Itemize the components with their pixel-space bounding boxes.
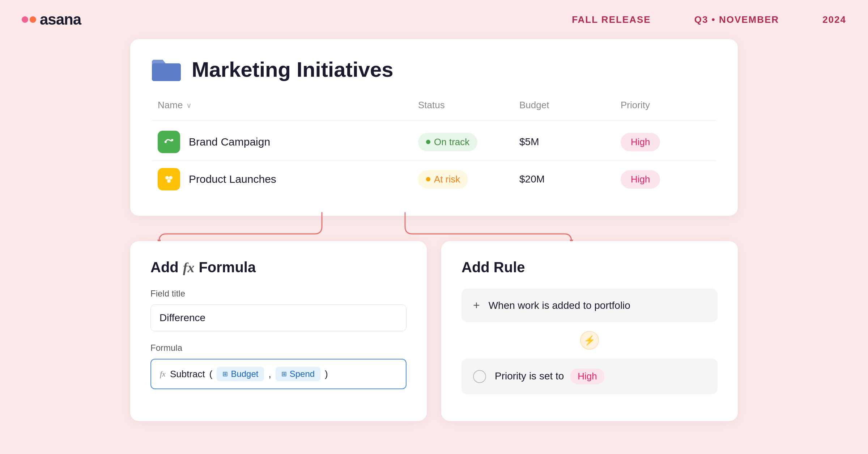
table-rows: Brand Campaign On track $5M High <box>152 123 716 198</box>
plus-icon: + <box>473 299 480 312</box>
logo-text: asana <box>40 11 81 28</box>
budget-cell-brand: $5M <box>514 129 615 155</box>
status-cell-product: At risk <box>412 163 514 196</box>
formula-chip-budget: ⊞ Budget <box>217 367 264 381</box>
name-cell: Brand Campaign <box>152 123 412 160</box>
col-budget-header: Budget <box>514 96 615 114</box>
budget-cell-product: $20M <box>514 166 615 192</box>
lightning-icon: ⚡ <box>580 331 599 350</box>
formula-close-paren: ) <box>325 369 328 380</box>
nav-release: FALL RELEASE <box>572 14 651 25</box>
table-row: Product Launches At risk $20M High <box>152 161 716 198</box>
main-content: Marketing Initiatives Name ∨ Status Budg… <box>0 39 868 421</box>
formula-box: fx Subtract ( ⊞ Budget , ⊞ Spend ) <box>150 359 407 389</box>
high-badge: High <box>570 369 604 384</box>
col-name-header: Name ∨ <box>152 96 412 114</box>
formula-comma: , <box>268 369 271 380</box>
formula-panel-title: Add fx Formula <box>150 259 407 276</box>
formula-fx-icon: fx <box>160 369 166 379</box>
priority-cell-brand: High <box>615 126 716 159</box>
svg-point-2 <box>165 176 169 180</box>
formula-open-paren: ( <box>209 369 213 380</box>
folder-icon <box>152 58 181 81</box>
dot-orange <box>30 16 36 23</box>
field-title-input[interactable] <box>150 304 407 331</box>
project-name-product: Product Launches <box>189 173 276 185</box>
field-title-label: Field title <box>150 289 407 299</box>
project-icon-brand <box>158 131 180 153</box>
svg-point-0 <box>165 141 167 143</box>
bottom-section: Add fx Formula Field title Formula fx Su… <box>130 241 738 421</box>
rule-trigger-text: When work is added to portfolio <box>489 300 630 311</box>
status-badge-at-risk: At risk <box>418 170 468 189</box>
formula-panel: Add fx Formula Field title Formula fx Su… <box>130 241 427 421</box>
table-row: Brand Campaign On track $5M High <box>152 123 716 161</box>
portfolio-table: Name ∨ Status Budget Priority <box>152 96 716 198</box>
table-header: Name ∨ Status Budget Priority <box>152 96 716 121</box>
portfolio-header: Marketing Initiatives <box>152 57 716 81</box>
status-dot-yellow <box>426 177 430 181</box>
col-status-header: Status <box>412 96 514 114</box>
rule-panel: Add Rule + When work is added to portfol… <box>441 241 738 421</box>
chevron-down-icon: ∨ <box>186 101 192 110</box>
portfolio-title: Marketing Initiatives <box>192 57 393 81</box>
rule-panel-title: Add Rule <box>461 259 718 276</box>
col-priority-header: Priority <box>615 96 716 114</box>
svg-point-4 <box>167 179 171 183</box>
nav-year: 2024 <box>822 14 846 25</box>
status-badge-on-track: On track <box>418 133 477 151</box>
project-icon-product <box>158 168 180 190</box>
logo: asana <box>22 11 81 28</box>
priority-cell-product: High <box>615 163 716 196</box>
svg-point-3 <box>169 176 173 180</box>
project-name-brand: Brand Campaign <box>189 136 270 148</box>
fx-icon: fx <box>183 260 195 276</box>
chip-budget-icon: ⊞ <box>222 370 228 378</box>
rule-action-text: Priority is set to High <box>495 369 604 384</box>
header: asana FALL RELEASE Q3 • NOVEMBER 2024 <box>0 0 868 39</box>
status-cell-brand: On track <box>412 126 514 159</box>
header-nav: FALL RELEASE Q3 • NOVEMBER 2024 <box>572 14 846 25</box>
chip-spend-icon: ⊞ <box>281 370 287 378</box>
rule-connector: ⚡ <box>461 331 718 350</box>
svg-point-1 <box>171 139 173 141</box>
dot-red <box>22 16 28 23</box>
arrows-container <box>130 212 738 241</box>
nav-quarter: Q3 • NOVEMBER <box>694 14 779 25</box>
status-dot-green <box>426 140 430 144</box>
priority-badge-high-2: High <box>621 170 660 189</box>
check-circle-icon <box>473 370 486 383</box>
portfolio-card: Marketing Initiatives Name ∨ Status Budg… <box>130 39 738 216</box>
rule-trigger-item[interactable]: + When work is added to portfolio <box>461 289 718 322</box>
rule-action-item[interactable]: Priority is set to High <box>461 358 718 394</box>
formula-label: Formula <box>150 343 407 353</box>
formula-func: Subtract <box>170 369 205 380</box>
logo-dots <box>22 16 36 23</box>
formula-chip-spend: ⊞ Spend <box>276 367 320 381</box>
name-cell-product: Product Launches <box>152 161 412 198</box>
priority-badge-high: High <box>621 133 660 151</box>
